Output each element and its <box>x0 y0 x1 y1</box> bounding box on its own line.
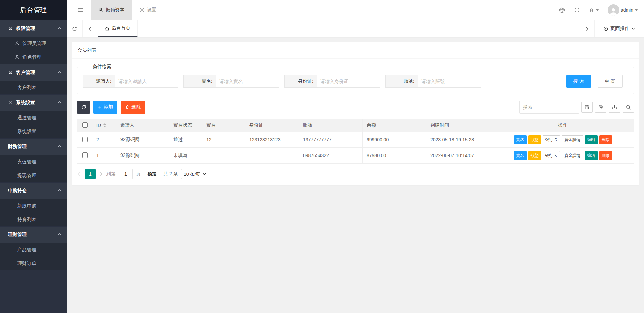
sidebar-item-17[interactable]: 理财订单 <box>0 257 67 270</box>
goto-confirm-button[interactable]: 确定 <box>144 169 160 179</box>
trash-icon <box>125 105 130 109</box>
person-icon <box>98 7 103 13</box>
delete-button[interactable]: 删除 <box>121 101 145 114</box>
sidebar-item-15[interactable]: 理财管理 <box>0 226 67 243</box>
row-action-plain-button[interactable]: 银行卡 <box>543 135 560 144</box>
search-field-input[interactable] <box>115 75 178 88</box>
sidebar-menu: 权限管理管理员管理角色管理客户管理客户列表系统設置通道管理系统設置財務管理充值管… <box>0 20 67 313</box>
app-root: 后台管理 权限管理管理员管理角色管理客户管理客户列表系统設置通道管理系统設置財務… <box>0 0 644 313</box>
search-field-2: 實名: <box>183 75 279 88</box>
sidebar-item-3[interactable]: 角色管理 <box>0 50 67 64</box>
top-tab-company[interactable]: 振翰资本 <box>91 0 132 20</box>
row-action-plain-button[interactable]: 银行卡 <box>543 151 560 160</box>
prev-page-button[interactable] <box>77 172 82 176</box>
search-detail-button[interactable] <box>623 102 634 113</box>
scroll-tabs-left-button[interactable] <box>83 20 98 37</box>
sidebar-item-label: 系统設置 <box>16 100 35 106</box>
cell-id: 2 <box>92 132 116 148</box>
sidebar-item-5[interactable]: 客户列表 <box>0 81 67 94</box>
row-action-yellow-button[interactable]: 狀態 <box>528 151 541 160</box>
row-checkbox[interactable] <box>82 137 88 142</box>
column-header: 賬號 <box>299 119 363 132</box>
chevron-up-icon <box>57 70 62 75</box>
cell-inviter: 92源码网 <box>116 132 169 148</box>
delete-button-label: 删除 <box>131 104 141 110</box>
person-icon <box>8 26 13 31</box>
search-field-1: 邀請人: <box>83 75 178 88</box>
sidebar-item-10[interactable]: 充值管理 <box>0 155 67 169</box>
sidebar-item-7[interactable]: 通道管理 <box>0 111 67 125</box>
sidebar-item-label: 通道管理 <box>17 115 36 121</box>
refresh-tab-button[interactable] <box>67 20 83 37</box>
search-field-label: 實名: <box>183 75 216 88</box>
sidebar-item-16[interactable]: 产品管理 <box>0 243 67 257</box>
search-field-input[interactable] <box>418 75 481 88</box>
export-button[interactable] <box>609 102 620 113</box>
sidebar-item-9[interactable]: 財務管理 <box>0 138 67 155</box>
sidebar-item-label: 理财订单 <box>17 261 36 267</box>
sidebar-item-11[interactable]: 提现管理 <box>0 169 67 182</box>
page-operations-dropdown[interactable]: 页面操作 <box>594 20 644 37</box>
sort-icon[interactable] <box>103 123 106 127</box>
sidebar-item-label: 系统設置 <box>17 129 36 135</box>
sidebar-item-12[interactable]: 申购持仓 <box>0 182 67 199</box>
search-button[interactable]: 搜 索 <box>566 75 591 88</box>
column-header: ID <box>92 119 116 132</box>
search-field-label: 身份证: <box>284 75 317 88</box>
page-number-button[interactable]: 1 <box>85 169 96 179</box>
sidebar-item-14[interactable]: 持倉列表 <box>0 213 67 226</box>
username: admin <box>621 7 633 13</box>
next-page-button[interactable] <box>99 172 103 176</box>
row-action-yellow-button[interactable]: 狀態 <box>528 135 541 144</box>
top-tab-settings[interactable]: 设置 <box>132 0 164 20</box>
cell-created_at: 2023-05-18 19:15:28 <box>426 132 492 148</box>
cell-balance: 999900.00 <box>363 132 426 148</box>
sidebar-item-8[interactable]: 系统設置 <box>0 125 67 138</box>
search-field-input[interactable] <box>216 75 279 88</box>
caret-down-icon <box>635 9 638 11</box>
refresh-table-button[interactable] <box>77 101 90 114</box>
add-button[interactable]: 添加 <box>93 101 117 114</box>
menu-toggle-icon <box>77 7 84 13</box>
goto-page-input[interactable] <box>119 169 133 179</box>
toolbar-right <box>519 101 634 114</box>
row-action-green-button[interactable]: 编辑 <box>585 151 598 160</box>
sidebar-item-2[interactable]: 管理员管理 <box>0 37 67 50</box>
print-button[interactable] <box>595 102 606 113</box>
row-action-blue-button[interactable]: 實名 <box>514 151 527 160</box>
sidebar-item-label: 产品管理 <box>17 247 36 253</box>
tab-home[interactable]: 后台首页 <box>98 20 138 37</box>
toggle-columns-button[interactable] <box>581 102 593 113</box>
sidebar-item-1[interactable]: 权限管理 <box>0 20 67 37</box>
row-action-red-button[interactable]: 删除 <box>599 135 612 144</box>
scroll-tabs-right-button[interactable] <box>579 20 594 37</box>
language-button[interactable] <box>559 7 565 13</box>
sidebar-item-6[interactable]: 系统設置 <box>0 94 67 111</box>
person-icon <box>8 70 13 75</box>
row-action-green-button[interactable]: 编辑 <box>585 135 598 144</box>
pagination: 1 到第 页 确定 共 2 条 10 条/页 <box>72 164 639 185</box>
page-operations-label: 页面操作 <box>610 26 629 32</box>
search-field-input[interactable] <box>317 75 380 88</box>
row-checkbox[interactable] <box>82 152 88 158</box>
menu-toggle-button[interactable] <box>70 0 91 20</box>
reset-button[interactable]: 重 置 <box>598 75 623 88</box>
sidebar-item-4[interactable]: 客户管理 <box>0 64 67 81</box>
select-all-checkbox[interactable] <box>82 122 88 128</box>
sidebar-item-label: 充值管理 <box>17 159 36 165</box>
row-action-red-button[interactable]: 删除 <box>599 151 612 160</box>
cell-realname_status: 未填写 <box>169 148 202 164</box>
sidebar-item-13[interactable]: 新股申购 <box>0 199 67 213</box>
table-search-input[interactable] <box>519 101 579 114</box>
row-action-plain-button[interactable]: 資金詳情 <box>562 135 583 144</box>
fullscreen-button[interactable] <box>574 7 580 13</box>
page-size-select[interactable]: 10 条/页 <box>181 169 207 179</box>
row-action-blue-button[interactable]: 實名 <box>514 135 527 144</box>
person-icon <box>15 41 20 46</box>
table-toolbar: 添加 删除 <box>72 96 639 119</box>
user-menu[interactable]: admin <box>608 4 638 16</box>
row-checkbox-cell <box>77 132 92 148</box>
column-header: 邀請人 <box>116 119 169 132</box>
row-action-plain-button[interactable]: 資金詳情 <box>562 151 583 160</box>
clear-cache-button[interactable] <box>589 7 599 13</box>
